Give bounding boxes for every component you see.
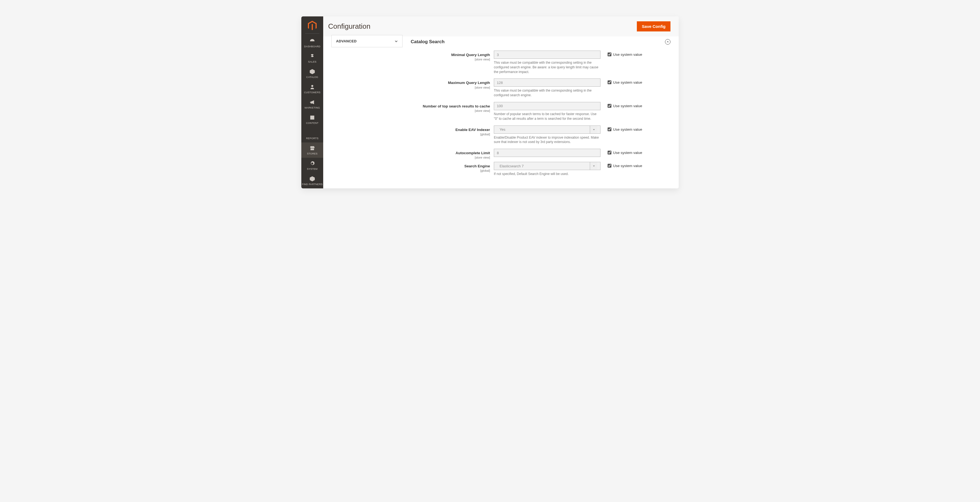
nav-label: MARKETING [305,106,320,109]
svg-marker-1 [593,166,595,167]
use-system-value-checkbox[interactable] [608,164,611,168]
person-icon [309,84,315,90]
page-header: Configuration Save Config [323,16,679,37]
content-area: ADVANCED Catalog Search Minimal Query Le… [323,37,679,188]
svg-marker-0 [593,129,595,130]
field-input-col: Elasticsearch 7If not specified, Default… [494,162,600,180]
config-nav-advanced[interactable]: ADVANCED [331,35,402,47]
fields-container: Minimal Query Length[store view]This val… [411,51,670,180]
chevron-down-icon [395,40,398,43]
use-system-value-checkbox[interactable] [608,104,611,108]
select-input[interactable]: Yes [494,126,600,134]
use-system-value-label[interactable]: Use system value [613,151,642,155]
field-label: Enable EAV Indexer [455,128,490,132]
dollar-icon [309,53,315,59]
field-help: Enable/Disable Product EAV indexer to im… [494,135,600,145]
use-system-value-checkbox[interactable] [608,127,611,131]
page-title: Configuration [328,22,371,31]
use-system-value-checkbox[interactable] [608,151,611,154]
field-label-col: Autocomplete Limit[store view] [411,149,490,161]
gear-icon [309,160,315,167]
text-input[interactable] [494,51,600,59]
field-input-col: This value must be compatible with the c… [494,78,600,101]
use-system-value-label[interactable]: Use system value [613,80,642,84]
field-row: Search Engine[global]Elasticsearch 7If n… [411,162,670,180]
use-system-value-col: Use system value [604,149,642,161]
field-scope: [store view] [411,109,490,112]
config-nav-label: ADVANCED [336,39,356,43]
nav-stores[interactable]: STORES [301,143,323,158]
nav-label: STORES [307,152,318,155]
nav-marketing[interactable]: MARKETING [301,97,323,112]
field-row: Minimal Query Length[store view]This val… [411,51,670,77]
nav-catalog[interactable]: CATALOG [301,66,323,81]
use-system-value-checkbox[interactable] [608,52,611,56]
field-input-col: This value must be compatible with the c… [494,51,600,77]
box-icon [309,68,315,75]
nav-system[interactable]: SYSTEM [301,158,323,173]
app-window: DASHBOARD SALES CATALOG CUSTOMERS MARKET… [301,16,679,188]
select-input[interactable]: Elasticsearch 7 [494,162,600,170]
field-label: Autocomplete Limit [455,151,490,155]
megaphone-icon [309,99,315,105]
use-system-value-label[interactable]: Use system value [613,164,642,168]
nav-content[interactable]: CONTENT [301,112,323,127]
magento-logo-icon[interactable] [306,20,318,32]
admin-sidebar: DASHBOARD SALES CATALOG CUSTOMERS MARKET… [301,16,323,188]
field-help: This value must be compatible with the c… [494,60,600,74]
field-label: Search Engine [464,164,490,168]
nav-find-partners[interactable]: FIND PARTNERS [301,173,323,188]
text-input[interactable] [494,102,600,110]
chart-icon [309,130,315,136]
save-config-button[interactable]: Save Config [637,21,670,32]
field-row: Enable EAV Indexer[global]YesEnable/Disa… [411,126,670,148]
field-scope: [store view] [411,58,490,61]
field-help: Number of popular search terms to be cac… [494,112,600,121]
field-row: Number of top search results to cache[st… [411,102,670,124]
field-label-col: Enable EAV Indexer[global] [411,126,490,148]
nav-label: SYSTEM [307,168,318,170]
nav-sales[interactable]: SALES [301,51,323,66]
field-scope: [store view] [411,156,490,159]
nav-dashboard[interactable]: DASHBOARD [301,35,323,51]
partners-icon [309,176,315,182]
use-system-value-label[interactable]: Use system value [613,52,642,57]
field-label-col: Number of top search results to cache[st… [411,102,490,124]
section-header[interactable]: Catalog Search [411,37,670,51]
field-scope: [store view] [411,86,490,89]
nav-label: SALES [308,60,317,63]
field-label: Maximum Query Length [448,81,490,85]
caret-down-icon [590,126,597,133]
nav-label: CUSTOMERS [304,91,320,94]
collapse-section-button[interactable] [665,39,670,44]
field-label-col: Search Engine[global] [411,162,490,180]
store-icon [309,145,315,151]
nav-label: CONTENT [306,122,318,124]
nav-customers[interactable]: CUSTOMERS [301,81,323,97]
use-system-value-checkbox[interactable] [608,80,611,84]
content-icon [309,114,315,121]
field-input-col [494,149,600,161]
field-scope: [global] [411,133,490,136]
use-system-value-col: Use system value [604,126,642,148]
field-help: If not specified, Default Search Engine … [494,172,600,176]
field-label-col: Maximum Query Length[store view] [411,78,490,101]
use-system-value-col: Use system value [604,102,642,124]
config-nav: ADVANCED [323,37,402,188]
chevron-up-icon [667,41,669,43]
field-help: This value must be compatible with the c… [494,88,600,98]
field-label-col: Minimal Query Length[store view] [411,51,490,77]
field-input-col: YesEnable/Disable Product EAV indexer to… [494,126,600,148]
section-title: Catalog Search [411,39,445,44]
text-input[interactable] [494,78,600,87]
use-system-value-label[interactable]: Use system value [613,127,642,132]
use-system-value-label[interactable]: Use system value [613,104,642,108]
nav-reports[interactable]: REPORTS [301,127,323,143]
select-value: Yes [497,127,590,132]
field-row: Maximum Query Length[store view]This val… [411,78,670,101]
text-input[interactable] [494,149,600,157]
select-value: Elasticsearch 7 [497,164,590,168]
field-label: Number of top search results to cache [423,104,490,108]
config-body: Catalog Search Minimal Query Length[stor… [402,37,679,188]
field-row: Autocomplete Limit[store view]Use system… [411,149,670,161]
